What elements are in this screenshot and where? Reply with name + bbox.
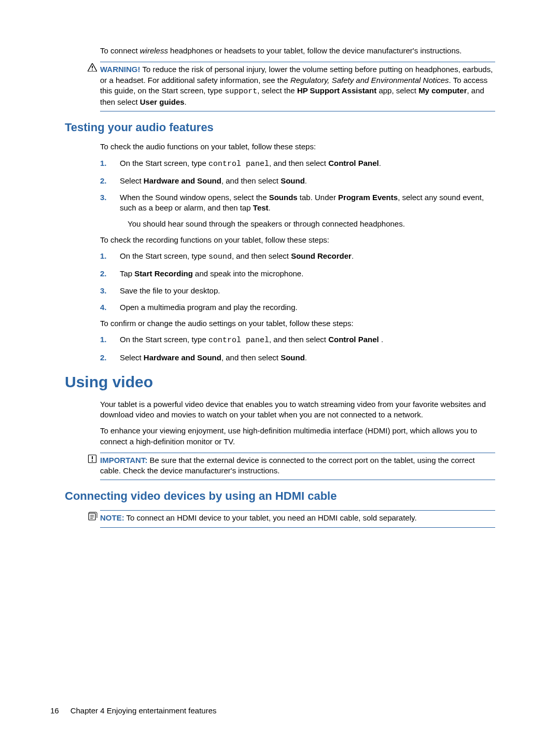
warning-b3: User guides — [140, 97, 185, 106]
step-number: 1. — [100, 334, 107, 345]
b: Control Panel — [328, 335, 379, 344]
t: . — [379, 335, 383, 344]
b: Hardware and Sound — [144, 353, 221, 362]
intro-paragraph: To connect wireless headphones or headse… — [100, 46, 495, 56]
step-number: 2. — [100, 176, 107, 186]
svg-point-1 — [92, 69, 93, 71]
warning-icon — [88, 63, 97, 74]
t: . — [269, 203, 271, 212]
note-label: NOTE: — [100, 513, 124, 522]
intro-text-a: To connect — [100, 46, 140, 55]
warning-content: WARNING! To reduce the risk of personal … — [100, 64, 495, 107]
warning-t4: app, select — [376, 86, 418, 95]
page-footer: 16Chapter 4 Enjoying entertainment featu… — [50, 706, 217, 715]
t: and speak into the microphone. — [193, 269, 303, 278]
section-heading-testing-audio: Testing your audio features — [65, 121, 495, 134]
page: To connect wireless headphones or headse… — [0, 0, 560, 745]
warning-mono: support — [225, 87, 257, 96]
mono: control panel — [208, 336, 269, 345]
s1-p1: To check the audio functions on your tab… — [100, 142, 495, 152]
t: . — [352, 251, 354, 260]
note-notice: NOTE: To connect an HDMI device to your … — [100, 510, 495, 527]
s1-list2: 1. On the Start screen, type sound, and … — [100, 251, 495, 313]
note-icon — [88, 512, 98, 523]
important-notice: IMPORTANT: Be sure that the external dev… — [100, 453, 495, 481]
s1-p3: To confirm or change the audio settings … — [100, 318, 495, 329]
list-item: 1. On the Start screen, type control pan… — [100, 334, 495, 346]
warning-t3: , select the — [257, 86, 297, 95]
t: When the Sound window opens, select the — [120, 193, 269, 202]
intro-text-b: headphones or headsets to your tablet, f… — [168, 46, 462, 55]
warning-b2: My computer — [418, 86, 467, 95]
sub-text: You should hear sound through the speake… — [120, 219, 495, 229]
t: , and then select — [232, 251, 291, 260]
b: Control Panel — [328, 159, 379, 167]
b: Sound — [281, 353, 305, 362]
step-number: 2. — [100, 353, 107, 363]
important-label: IMPORTANT: — [100, 456, 147, 465]
content-body: To connect wireless headphones or headse… — [100, 46, 495, 528]
intro-em: wireless — [140, 46, 168, 55]
b: Sounds — [269, 193, 298, 202]
step-number: 3. — [100, 286, 107, 296]
step-number: 3. — [100, 192, 107, 203]
b: Start Recording — [134, 269, 193, 278]
t: On the Start screen, type — [120, 335, 208, 344]
t: Save the file to your desktop. — [120, 286, 220, 295]
t: . — [305, 176, 307, 185]
t: Open a multimedia program and play the r… — [120, 303, 298, 312]
warning-t6: . — [185, 97, 187, 106]
warning-b1: HP Support Assistant — [297, 86, 376, 95]
t: , and then select — [221, 176, 281, 185]
section-heading-hdmi: Connecting video devices by using an HDM… — [65, 489, 495, 503]
step-number: 4. — [100, 302, 107, 313]
list-item: 4. Open a multimedia program and play th… — [100, 302, 495, 313]
list-item: 1. On the Start screen, type sound, and … — [100, 251, 495, 262]
t: . — [305, 353, 307, 362]
t: Select — [120, 353, 144, 362]
b: Program Events — [338, 193, 398, 202]
t: , and then select — [221, 353, 281, 362]
chapter-title: Chapter 4 Enjoying entertainment feature… — [71, 706, 217, 715]
b: Sound Recorder — [291, 251, 352, 260]
note-text: To connect an HDMI device to your tablet… — [124, 513, 417, 522]
warning-notice: WARNING! To reduce the risk of personal … — [100, 62, 495, 111]
b: Test — [253, 203, 269, 212]
svg-point-4 — [92, 460, 93, 461]
s2-p2: To enhance your viewing enjoyment, use h… — [100, 426, 495, 447]
list-item: 3. Save the file to your desktop. — [100, 286, 495, 296]
section-heading-using-video: Using video — [65, 373, 495, 391]
list-item: 2. Tap Start Recording and speak into th… — [100, 269, 495, 279]
step-number: 1. — [100, 158, 107, 168]
important-icon — [88, 454, 97, 466]
t: . — [379, 159, 381, 167]
note-content: NOTE: To connect an HDMI device to your … — [100, 513, 495, 523]
s1-p2: To check the recording functions on your… — [100, 235, 495, 245]
list-item: 2. Select Hardware and Sound, and then s… — [100, 176, 495, 186]
mono: control panel — [208, 160, 269, 168]
t: On the Start screen, type — [120, 251, 208, 260]
page-number: 16 — [50, 706, 59, 715]
mono: sound — [208, 252, 232, 261]
t: , and then select — [269, 159, 328, 167]
important-content: IMPORTANT: Be sure that the external dev… — [100, 455, 495, 476]
s1-list1: 1. On the Start screen, type control pan… — [100, 158, 495, 229]
b: Hardware and Sound — [144, 176, 221, 185]
t: tab. Under — [298, 193, 338, 202]
step-number: 2. — [100, 269, 107, 279]
list-item: 2. Select Hardware and Sound, and then s… — [100, 353, 495, 363]
step-number: 1. — [100, 251, 107, 261]
t: Select — [120, 176, 144, 185]
list-item: 1. On the Start screen, type control pan… — [100, 158, 495, 170]
t: On the Start screen, type — [120, 159, 208, 167]
s2-p1: Your tablet is a powerful video device t… — [100, 399, 495, 420]
warning-em: Regulatory, Safety and Environmental Not… — [290, 76, 449, 85]
s1-list3: 1. On the Start screen, type control pan… — [100, 334, 495, 363]
important-text: Be sure that the external device is conn… — [100, 456, 475, 475]
b: Sound — [281, 176, 305, 185]
list-item: 3. When the Sound window opens, select t… — [100, 192, 495, 229]
t: , and then select — [269, 335, 328, 344]
warning-label: WARNING! — [100, 65, 141, 74]
t: Tap — [120, 269, 134, 278]
